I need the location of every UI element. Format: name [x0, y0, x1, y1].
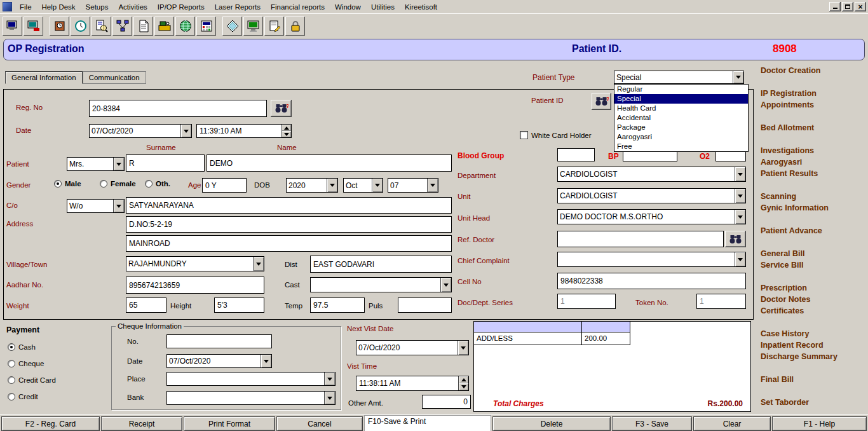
report-grid-toolbar-button[interactable]: [196, 17, 216, 36]
dob-day-select[interactable]: 07: [388, 178, 438, 193]
menu-setups[interactable]: Setups: [81, 1, 114, 13]
charges-row-amount[interactable]: 200.00: [582, 332, 630, 345]
chevron-down-icon[interactable]: [113, 200, 124, 212]
menu-laser-reports[interactable]: Laser Reports: [210, 1, 266, 13]
notes-pencil-toolbar-button[interactable]: [264, 17, 284, 36]
dob-year-select[interactable]: 2020: [286, 178, 338, 193]
sidebar-item-patient-advance[interactable]: Patient Advance: [761, 226, 867, 238]
payment-cash-radio[interactable]: Cash: [8, 343, 36, 351]
patient-type-option-free[interactable]: Free: [614, 142, 748, 151]
chief-complaint-select[interactable]: [557, 252, 746, 267]
co-relation-select[interactable]: W/o: [67, 199, 125, 213]
sidebar-item-patient-results[interactable]: Patient Results: [761, 169, 867, 181]
minimize-button[interactable]: [829, 2, 841, 11]
chevron-down-icon[interactable]: [440, 278, 451, 292]
sidebar-item-ip-registration[interactable]: IP Registration: [761, 89, 867, 100]
other-amt-field[interactable]: 0: [422, 395, 471, 409]
title-select[interactable]: Mrs.: [67, 157, 125, 171]
village-town-select[interactable]: RAJAHMUNDRY: [126, 256, 264, 271]
ref-doctor-field[interactable]: [557, 231, 724, 247]
address-line2-field[interactable]: MAINROAD: [126, 235, 452, 252]
cheque-date-select[interactable]: 07/Oct/2020: [166, 354, 272, 368]
sidebar-item-case-history[interactable]: Case History: [761, 329, 867, 341]
clear-button[interactable]: Clear: [693, 416, 771, 431]
cheque-bank-select[interactable]: [166, 391, 336, 405]
receipt-button[interactable]: Receipt: [101, 416, 182, 431]
chevron-down-icon[interactable]: [735, 252, 745, 266]
sidebar-item-doctor-notes[interactable]: Doctor Notes: [761, 295, 867, 306]
chevron-down-icon[interactable]: [733, 71, 743, 83]
menu-activities[interactable]: Activities: [113, 1, 152, 13]
reg-card-button[interactable]: F2 - Reg. Card: [1, 416, 100, 431]
chevron-down-icon[interactable]: [427, 179, 438, 192]
menu-kireetisoft[interactable]: Kireetisoft: [400, 1, 442, 13]
sidebar-item-appointments[interactable]: Appointments: [761, 100, 867, 112]
computer-toolbar-button[interactable]: [3, 17, 22, 36]
aadhar-field[interactable]: 895674213659: [126, 277, 264, 294]
dist-field[interactable]: EAST GODAVARI: [310, 256, 452, 273]
department-select[interactable]: CARDIOLOGIST: [557, 167, 746, 182]
dob-month-select[interactable]: Oct: [343, 178, 383, 193]
charges-row-name[interactable]: ADD/LESS: [474, 332, 582, 345]
temp-field[interactable]: 97.5: [310, 298, 365, 313]
close-button[interactable]: ×: [855, 2, 866, 11]
sidebar-item-gynic-information[interactable]: Gynic Information: [761, 203, 867, 215]
save-button[interactable]: F3 - Save: [612, 416, 692, 431]
menu-ipop-reports[interactable]: IP/OP Reports: [153, 1, 210, 13]
sidebar-item-aarogyasri[interactable]: Aarogyasri: [761, 158, 867, 169]
diamond-toolbar-button[interactable]: [222, 17, 242, 36]
puls-field[interactable]: [398, 298, 452, 313]
age-field[interactable]: 0 Y: [202, 178, 247, 193]
gender-male-radio[interactable]: Male: [54, 180, 81, 188]
gender-oth-radio[interactable]: Oth.: [145, 180, 170, 188]
payment-credit-card-radio[interactable]: Credit Card: [8, 376, 56, 384]
cast-select[interactable]: [310, 277, 452, 292]
white-card-checkbox[interactable]: [520, 131, 528, 139]
chevron-down-icon[interactable]: [458, 341, 468, 355]
menu-financial-reports[interactable]: Financial reports: [266, 1, 330, 13]
patient-type-option-aarogyasri[interactable]: Aarogyasri: [614, 132, 748, 142]
reg-no-search-button[interactable]: ?: [271, 100, 292, 117]
height-field[interactable]: 5'3: [214, 298, 264, 313]
time-up-button[interactable]: [459, 376, 468, 383]
chevron-down-icon[interactable]: [735, 210, 745, 224]
globe-toolbar-button[interactable]: [175, 17, 195, 36]
time-down-button[interactable]: [459, 383, 468, 390]
sidebar-item-set-taborder[interactable]: Set Taborder: [761, 398, 867, 409]
cheque-no-field[interactable]: [166, 334, 272, 348]
chevron-down-icon[interactable]: [324, 392, 335, 404]
sidebar-item-prescription[interactable]: Prescription: [761, 284, 867, 295]
menu-utilities[interactable]: Utilities: [366, 1, 400, 13]
chevron-down-icon[interactable]: [261, 355, 271, 367]
lock-toolbar-button[interactable]: [285, 17, 305, 36]
sidebar-item-general-bill[interactable]: General Bill: [761, 249, 867, 261]
sidebar-item-discharge-summary[interactable]: Discharge Summary: [761, 352, 867, 364]
sidebar-item-doctor-creation[interactable]: Doctor Creation: [761, 66, 867, 78]
help-button[interactable]: F1 - Help: [772, 416, 867, 431]
token-no-field[interactable]: 1: [696, 294, 746, 309]
patient-id-search-button[interactable]: ?: [592, 93, 611, 110]
reg-time-field[interactable]: 11:39:10 AM: [196, 124, 292, 138]
menu-file[interactable]: File: [15, 1, 37, 13]
building-clock-toolbar-button[interactable]: [50, 17, 69, 36]
name-field[interactable]: DEMO: [207, 154, 452, 172]
patient-type-select[interactable]: Special: [614, 71, 744, 84]
cell-no-field[interactable]: 9848022338: [557, 273, 746, 289]
blood-group-field[interactable]: [557, 148, 595, 161]
chevron-down-icon[interactable]: [113, 158, 124, 170]
clock-toolbar-button[interactable]: [71, 17, 90, 36]
delete-button[interactable]: Delete: [492, 416, 611, 431]
sidebar-item-final-bill[interactable]: Final Bill: [761, 375, 867, 387]
search-document-toolbar-button[interactable]: [92, 17, 111, 36]
restore-button[interactable]: [842, 2, 853, 11]
visit-time-field[interactable]: 11:38:11 AM: [356, 376, 469, 391]
network-nodes-toolbar-button[interactable]: [112, 17, 132, 36]
next-visit-date-select[interactable]: 07/Oct/2020: [356, 340, 469, 355]
gender-female-radio[interactable]: Female: [100, 180, 136, 188]
time-down-button[interactable]: [281, 131, 291, 137]
cash-register-toolbar-button[interactable]: [154, 17, 174, 36]
unit-head-select[interactable]: DEMO DOCTOR M.S.ORTHO: [557, 209, 746, 224]
document-toolbar-button[interactable]: [133, 17, 153, 36]
menu-window[interactable]: Window: [330, 1, 366, 13]
doc-series-field[interactable]: 1: [557, 294, 616, 309]
